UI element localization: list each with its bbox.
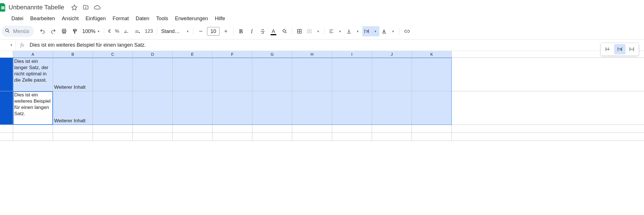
menus-search[interactable]: Menüs (2, 26, 34, 37)
row-header-1[interactable] (0, 58, 13, 91)
star-icon[interactable] (69, 2, 80, 13)
percent-button[interactable]: % (113, 26, 121, 36)
cell-h2[interactable] (292, 91, 332, 125)
insert-link-button[interactable] (402, 26, 412, 36)
cell-g3[interactable] (252, 125, 292, 133)
cell-b3[interactable] (53, 125, 93, 133)
menu-data[interactable]: Daten (133, 15, 152, 23)
cell-j2[interactable] (372, 91, 412, 125)
zoom-select[interactable]: 100% ▼ (81, 28, 102, 34)
text-wrap-button[interactable] (362, 26, 371, 36)
cell-c3[interactable] (93, 125, 133, 133)
bold-button[interactable]: B (236, 26, 246, 36)
cell-g1[interactable] (252, 58, 292, 91)
merge-cells-button[interactable] (305, 26, 314, 36)
horizontal-align-menu[interactable]: ▼ (336, 26, 344, 36)
vertical-align-menu[interactable]: ▼ (353, 26, 362, 36)
col-header-g[interactable]: G (252, 51, 292, 57)
wrap-wrap-button[interactable] (614, 44, 625, 54)
undo-button[interactable] (37, 26, 48, 36)
cell-j3[interactable] (372, 125, 412, 133)
formula-input[interactable]: Dies ist ein weiteres Beispiel für einen… (28, 42, 644, 48)
menu-extensions[interactable]: Erweiterungen (172, 15, 211, 23)
cell-g2[interactable] (252, 91, 292, 125)
cell-c4[interactable] (93, 133, 133, 140)
cell-f1[interactable] (212, 58, 252, 91)
increase-font-size-button[interactable]: + (221, 26, 231, 36)
text-wrap-menu[interactable]: ▼ (371, 26, 379, 36)
borders-button[interactable] (294, 26, 304, 36)
col-header-k[interactable]: K (412, 51, 452, 57)
currency-button[interactable]: € (107, 26, 113, 36)
cell-k1[interactable] (412, 58, 452, 91)
col-header-j[interactable]: J (372, 51, 412, 57)
cell-i3[interactable] (332, 125, 372, 133)
row-header-4[interactable] (0, 133, 13, 140)
cell-a4[interactable] (13, 133, 53, 140)
menu-tools[interactable]: Tools (153, 15, 171, 23)
text-color-button[interactable]: A (268, 26, 279, 36)
number-format-button[interactable]: 123 (143, 26, 155, 36)
cell-e4[interactable] (173, 133, 212, 140)
cell-i2[interactable] (332, 91, 372, 125)
italic-button[interactable]: I (247, 26, 257, 36)
cell-e2[interactable] (173, 91, 212, 125)
cell-c1[interactable] (93, 58, 133, 91)
name-box[interactable]: ▼ (0, 40, 16, 51)
cell-k4[interactable] (412, 133, 452, 140)
col-header-c[interactable]: C (93, 51, 133, 57)
cell-c2[interactable] (93, 91, 133, 125)
cell-k2[interactable] (412, 91, 452, 125)
cell-d1[interactable] (133, 58, 173, 91)
wrap-overflow-button[interactable] (602, 44, 614, 54)
merge-cells-menu[interactable]: ▼ (314, 26, 322, 36)
decrease-font-size-button[interactable]: − (196, 26, 206, 36)
cell-f2[interactable] (212, 91, 252, 125)
cell-d3[interactable] (133, 125, 173, 133)
strikethrough-button[interactable] (257, 26, 268, 36)
menu-view[interactable]: Ansicht (59, 15, 81, 23)
cell-e3[interactable] (173, 125, 212, 133)
cell-b2[interactable]: Weiterer Inhalt (53, 91, 93, 125)
cell-b1[interactable]: Weiterer Inhalt (53, 58, 93, 91)
redo-button[interactable] (48, 26, 58, 36)
cell-k3[interactable] (412, 125, 452, 133)
col-header-e[interactable]: E (173, 51, 212, 57)
cell-f3[interactable] (212, 125, 252, 133)
cell-j1[interactable] (372, 58, 412, 91)
font-family-select[interactable]: Stand… ▼ (160, 28, 191, 34)
cell-i4[interactable] (332, 133, 372, 140)
menu-insert[interactable]: Einfügen (83, 15, 109, 23)
cell-h1[interactable] (292, 58, 332, 91)
row-header-3[interactable] (0, 125, 13, 133)
menu-help[interactable]: Hilfe (212, 15, 228, 23)
cell-b4[interactable] (53, 133, 93, 140)
col-header-b[interactable]: B (53, 51, 93, 57)
cell-j4[interactable] (372, 133, 412, 140)
menu-file[interactable]: Datei (9, 15, 26, 23)
row-header-2[interactable] (0, 91, 13, 125)
menu-format[interactable]: Format (110, 15, 132, 23)
fill-color-button[interactable] (279, 26, 289, 36)
cell-a3[interactable] (13, 125, 53, 133)
cell-f4[interactable] (212, 133, 252, 140)
document-title[interactable]: Unbenannte Tabelle (9, 4, 64, 11)
vertical-align-button[interactable] (345, 26, 353, 36)
cell-h3[interactable] (292, 125, 332, 133)
increase-decimal-button[interactable]: .00 (132, 26, 143, 36)
menu-edit[interactable]: Bearbeiten (27, 15, 58, 23)
cell-h4[interactable] (292, 133, 332, 140)
col-header-i[interactable]: I (332, 51, 372, 57)
cloud-status-icon[interactable] (91, 2, 103, 13)
wrap-clip-button[interactable] (626, 44, 637, 54)
text-rotation-button[interactable] (380, 26, 389, 36)
decrease-decimal-button[interactable]: .0 (122, 26, 132, 36)
col-header-a[interactable]: A (13, 51, 53, 57)
cell-e1[interactable] (173, 58, 212, 91)
font-size-input[interactable]: 10 (207, 27, 220, 36)
select-all-corner[interactable] (0, 51, 13, 57)
text-rotation-menu[interactable]: ▼ (389, 26, 397, 36)
horizontal-align-button[interactable] (327, 26, 336, 36)
col-header-h[interactable]: H (292, 51, 332, 57)
col-header-f[interactable]: F (212, 51, 252, 57)
